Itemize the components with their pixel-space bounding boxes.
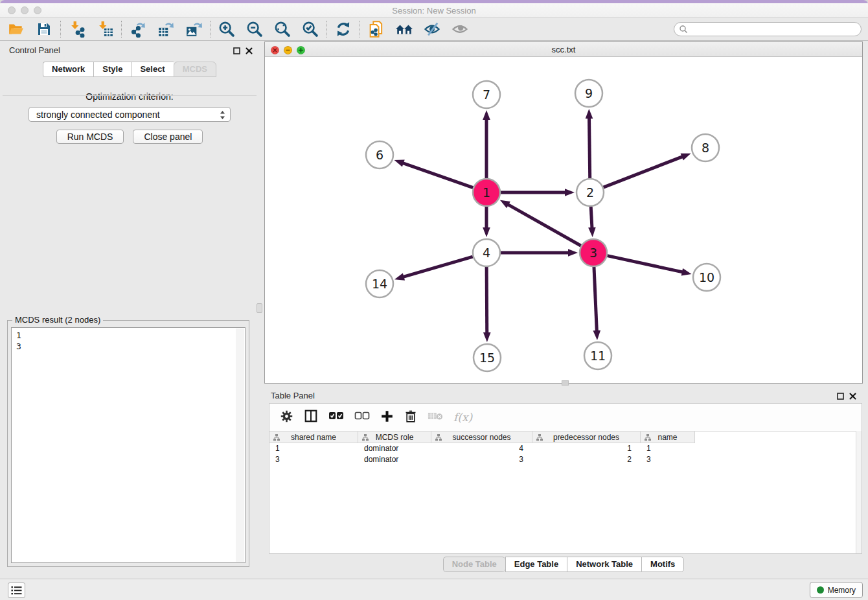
window-title: Session: New Session — [0, 6, 868, 16]
node-label-11: 11 — [590, 349, 606, 363]
edge-2-8[interactable] — [604, 156, 683, 187]
edge-arrowhead — [500, 200, 510, 208]
search-icon — [679, 25, 688, 36]
table-cell: 3 — [269, 454, 358, 465]
status-bar: Memory — [0, 579, 868, 600]
column-type-icon — [536, 434, 543, 441]
node-table-area: f(x) shared nameMCDS rolesuccessor nodes… — [269, 403, 862, 554]
column-header-predecessor-nodes[interactable]: predecessor nodes — [532, 432, 641, 443]
node-label-14: 14 — [372, 277, 387, 291]
first-neighbors-icon[interactable] — [395, 20, 413, 38]
network-window-titlebar[interactable]: scc.txt — [265, 42, 862, 57]
export-network-icon[interactable] — [129, 20, 147, 38]
search-input[interactable] — [674, 22, 862, 36]
table-scrollbar[interactable] — [856, 431, 862, 553]
tab-network[interactable]: Network — [43, 62, 93, 77]
clone-network-icon[interactable] — [367, 20, 385, 38]
table-panel: Table Panel f(x) shared nameMCDS rolesuc… — [264, 386, 863, 577]
column-header-successor-nodes[interactable]: successor nodes — [431, 432, 532, 443]
edge-4-14[interactable] — [403, 257, 473, 277]
zoom-in-icon[interactable] — [218, 20, 236, 38]
table-panel-title: Table Panel — [271, 391, 315, 400]
titlebar: Session: New Session — [0, 3, 868, 18]
node-label-7: 7 — [483, 87, 490, 102]
show-graphics-details-icon[interactable] — [451, 20, 469, 38]
unselect-all-rows-icon[interactable] — [354, 411, 370, 423]
close-table-panel-icon[interactable] — [849, 391, 856, 402]
mcds-result-textarea[interactable]: 13 — [11, 327, 246, 563]
close-panel-button[interactable]: Close panel — [133, 130, 203, 144]
export-table-icon[interactable] — [157, 20, 175, 38]
edge-arrowhead — [588, 227, 596, 237]
memory-status-icon — [817, 586, 824, 594]
table-tabs: Node TableEdge TableNetwork TableMotifs — [264, 557, 863, 572]
table-row[interactable]: 1dominator411 — [269, 443, 862, 454]
mcds-result-groupbox: MCDS result (2 nodes) 13 — [7, 320, 249, 567]
edge-3-10[interactable] — [607, 256, 683, 272]
edge-3-1[interactable] — [507, 204, 581, 246]
node-label-8: 8 — [702, 141, 709, 155]
node-label-2: 2 — [586, 185, 594, 200]
edge-3-11[interactable] — [594, 267, 597, 332]
add-column-icon[interactable] — [380, 410, 394, 426]
column-selector-icon[interactable] — [304, 409, 318, 426]
network-window-title: scc.txt — [265, 45, 862, 54]
edge-2-3[interactable] — [591, 207, 592, 229]
table-cell: 1 — [641, 443, 695, 454]
delete-column-icon[interactable] — [404, 410, 417, 426]
tab-motifs[interactable]: Motifs — [641, 557, 684, 572]
tab-underline — [3, 95, 257, 96]
float-panel-icon[interactable] — [233, 45, 240, 57]
column-header-MCDS-role[interactable]: MCDS role — [358, 432, 431, 443]
tab-style[interactable]: Style — [93, 62, 131, 77]
table-cell: 3 — [641, 454, 695, 465]
column-header-label: shared name — [291, 433, 336, 442]
edge-4-15[interactable] — [486, 267, 487, 334]
tab-node-table[interactable]: Node Table — [443, 557, 505, 572]
export-image-icon[interactable] — [185, 20, 203, 38]
select-all-rows-icon[interactable] — [328, 411, 344, 423]
mcds-result-scrollbar[interactable] — [236, 329, 244, 562]
edge-arrowhead — [565, 189, 575, 196]
table-cell: dominator — [358, 454, 431, 465]
import-table-icon[interactable] — [96, 20, 114, 38]
zoom-out-icon[interactable] — [246, 20, 264, 38]
node-label-6: 6 — [376, 148, 383, 162]
node-label-3: 3 — [589, 246, 597, 260]
save-session-icon[interactable] — [35, 20, 53, 38]
edge-arrowhead — [681, 268, 692, 275]
table-cell: 4 — [431, 443, 532, 454]
network-resize-grip[interactable] — [562, 380, 569, 386]
open-session-icon[interactable] — [7, 20, 25, 38]
column-type-icon — [645, 434, 651, 441]
tab-edge-table[interactable]: Edge Table — [505, 557, 567, 572]
memory-label: Memory — [828, 586, 856, 595]
tab-mcds[interactable]: MCDS — [174, 62, 216, 77]
column-header-name[interactable]: name — [641, 432, 695, 443]
zoom-selected-icon[interactable] — [301, 20, 319, 38]
run-mcds-button[interactable]: Run MCDS — [56, 130, 124, 144]
network-canvas[interactable]: 7968124314101511 — [265, 57, 862, 383]
float-table-panel-icon[interactable] — [837, 391, 844, 402]
tab-network-table[interactable]: Network Table — [567, 557, 641, 572]
tab-select[interactable]: Select — [131, 62, 173, 77]
table-options-gear-icon[interactable] — [280, 410, 293, 426]
edge-1-6[interactable] — [402, 163, 473, 187]
task-history-button[interactable] — [8, 583, 25, 598]
column-type-icon — [435, 434, 442, 441]
memory-button[interactable]: Memory — [810, 582, 863, 598]
fit-content-icon[interactable] — [273, 20, 291, 38]
close-panel-icon[interactable] — [246, 45, 253, 57]
import-network-icon[interactable] — [68, 20, 86, 38]
split-divider-grip[interactable] — [257, 303, 262, 313]
criterion-value: strongly connected component — [36, 110, 160, 120]
criterion-dropdown[interactable]: strongly connected component — [29, 107, 231, 122]
refresh-icon[interactable] — [334, 20, 352, 38]
column-header-shared-name[interactable]: shared name — [269, 432, 358, 443]
table-cell: 3 — [431, 454, 532, 465]
table-cell: 1 — [269, 443, 358, 454]
toggle-graphics-details-icon[interactable] — [423, 20, 441, 38]
edge-arrowhead — [394, 273, 405, 281]
edge-2-9[interactable] — [589, 117, 589, 178]
table-row[interactable]: 3dominator323 — [269, 454, 862, 465]
